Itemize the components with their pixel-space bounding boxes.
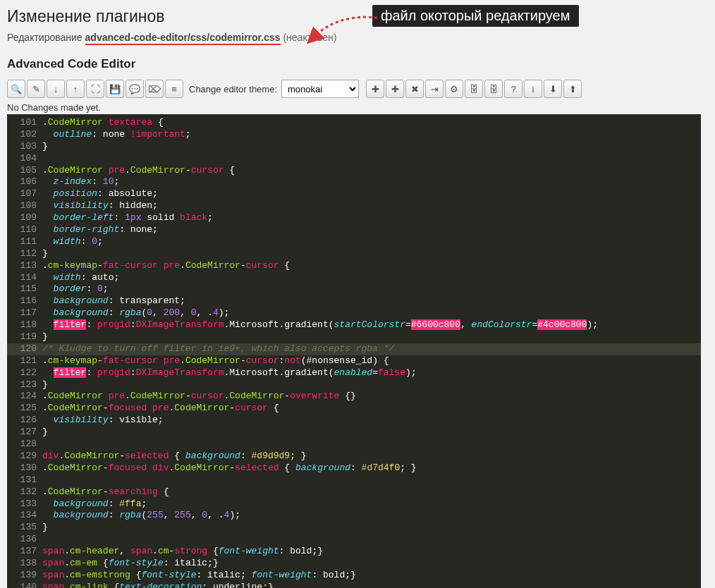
code-content[interactable]: outline: none !important; [42,129,701,141]
code-content[interactable]: .CodeMirror pre.CodeMirror-cursor.CodeMi… [42,391,701,403]
code-content[interactable]: } [42,522,701,534]
code-content[interactable]: border-right: none; [42,224,701,236]
code-content[interactable]: .CodeMirror-focused div.CodeMirror-selec… [42,463,701,474]
code-line[interactable]: 122 filter: progid:DXImageTransform.Micr… [7,367,701,379]
database-icon[interactable]: 🗄 [465,80,483,98]
code-line[interactable]: 101.CodeMirror textarea { [7,117,701,129]
code-line[interactable]: 115 border: 0; [7,283,701,295]
jump-up-icon[interactable]: ↑ [66,80,85,98]
code-line[interactable]: 119} [7,331,701,343]
code-line[interactable]: 113.cm-keymap-fat-cursor pre.CodeMirror-… [7,260,701,272]
code-line[interactable]: 128 [7,439,701,451]
code-content[interactable]: visibility: visible; [42,415,701,427]
code-line[interactable]: 110 border-right: none; [7,224,701,236]
code-content[interactable]: } [42,331,701,343]
code-line[interactable]: 124.CodeMirror pre.CodeMirror-cursor.Cod… [7,391,701,403]
code-content[interactable]: background: rgba(0, 200, 0, .4); [42,307,701,319]
code-content[interactable]: background: transparent; [42,295,701,307]
code-content[interactable]: z-index: 10; [42,176,701,188]
code-line[interactable]: 135} [7,522,701,534]
code-content[interactable]: } [42,248,701,260]
code-line[interactable]: 104 [7,153,701,165]
code-line[interactable]: 107 position: absolute; [7,188,701,200]
code-content[interactable]: position: absolute; [42,188,701,200]
code-content[interactable]: span.cm-link {text-decoration: underline… [42,582,701,588]
code-line[interactable]: 108 visibility: hidden; [7,200,701,212]
code-line[interactable]: 127} [7,427,701,439]
code-line[interactable]: 109 border-left: 1px solid black; [7,212,701,224]
code-content[interactable]: .CodeMirror textarea { [42,117,701,129]
code-line[interactable]: 105.CodeMirror pre.CodeMirror-cursor { [7,165,701,177]
code-line[interactable]: 137span.cm-header, span.cm-strong {font-… [7,546,701,558]
code-content[interactable]: border: 0; [42,283,701,295]
replace-icon[interactable]: ✎ [27,80,45,98]
code-line[interactable]: 133 background: #ffa; [7,498,701,510]
code-line[interactable]: 114 width: auto; [7,272,701,284]
code-content[interactable]: background: #ffa; [42,498,701,510]
code-content[interactable] [42,153,701,165]
code-content[interactable]: visibility: hidden; [42,200,701,212]
code-line[interactable]: 103} [7,141,701,153]
new-file-icon[interactable]: ✚ [366,80,384,98]
code-content[interactable]: background: rgba(255, 255, 0, .4); [42,510,701,522]
code-line[interactable]: 121.cm-keymap-fat-cursor pre.CodeMirror-… [7,355,701,367]
code-line[interactable]: 112} [7,248,701,260]
code-content[interactable]: } [42,427,701,439]
search-icon[interactable]: 🔍 [7,80,25,98]
code-line[interactable]: 138span.cm-em {font-style: italic;} [7,558,701,570]
code-content[interactable]: .CodeMirror-searching { [42,486,701,498]
code-content[interactable]: span.cm-em {font-style: italic;} [42,558,701,570]
jump-down-icon[interactable]: ↓ [47,80,65,98]
code-content[interactable] [42,439,701,451]
code-content[interactable]: .cm-keymap-fat-cursor pre.CodeMirror-cur… [42,260,701,272]
code-content[interactable]: /* Kludge to turn off filter in ie9+, wh… [42,343,701,355]
code-line[interactable]: 129div.CodeMirror-selected { background:… [7,451,701,463]
download-icon[interactable]: ⬇ [544,80,562,98]
code-line[interactable]: 117 background: rgba(0, 200, 0, .4); [7,307,701,319]
code-line[interactable]: 111 width: 0; [7,236,701,248]
code-line[interactable]: 139span.cm-emstrong {font-style: italic;… [7,570,701,582]
tag-icon[interactable]: ⌦ [145,80,164,98]
list-icon[interactable]: ≡ [165,80,183,98]
code-line[interactable]: 130.CodeMirror-focused div.CodeMirror-se… [7,463,701,474]
code-line[interactable]: 134 background: rgba(255, 255, 0, .4); [7,510,701,522]
code-content[interactable] [42,474,701,486]
settings-icon[interactable]: ⚙ [445,80,463,98]
code-line[interactable]: 123} [7,379,701,391]
new-folder-icon[interactable]: ✚ [386,80,404,98]
code-content[interactable] [42,534,701,546]
code-content[interactable]: width: auto; [42,272,701,284]
info-icon[interactable]: i [524,80,542,98]
code-content[interactable]: border-left: 1px solid black; [42,212,701,224]
fullscreen-icon[interactable]: ⛶ [86,80,104,98]
code-content[interactable]: filter: progid:DXImageTransform.Microsof… [42,319,701,331]
code-line[interactable]: 116 background: transparent; [7,295,701,307]
code-line[interactable]: 106 z-index: 10; [7,176,701,188]
code-content[interactable]: filter: progid:DXImageTransform.Microsof… [42,367,701,379]
theme-select[interactable]: monokai [281,80,359,98]
code-line[interactable]: 102 outline: none !important; [7,129,701,141]
code-content[interactable]: span.cm-emstrong {font-style: italic; fo… [42,570,701,582]
code-content[interactable]: div.CodeMirror-selected { background: #d… [42,451,701,463]
code-line[interactable]: 120/* Kludge to turn off filter in ie9+,… [7,343,701,355]
code-line[interactable]: 131 [7,474,701,486]
code-line[interactable]: 126 visibility: visible; [7,415,701,427]
code-line[interactable]: 118 filter: progid:DXImageTransform.Micr… [7,319,701,331]
save-icon[interactable]: 💾 [106,80,124,98]
code-line[interactable]: 140span.cm-link {text-decoration: underl… [7,582,701,588]
code-line[interactable]: 125.CodeMirror-focused pre.CodeMirror-cu… [7,403,701,415]
code-content[interactable]: .cm-keymap-fat-cursor pre.CodeMirror-cur… [42,355,701,367]
db2-icon[interactable]: 🗄 [484,80,503,98]
delete-icon[interactable]: ✖ [405,80,424,98]
help-icon[interactable]: ? [504,80,522,98]
upload-icon[interactable]: ⬆ [563,80,582,98]
indent-icon[interactable]: ⇥ [425,80,444,98]
code-content[interactable]: span.cm-header, span.cm-strong {font-wei… [42,546,701,558]
code-content[interactable]: .CodeMirror-focused pre.CodeMirror-curso… [42,403,701,415]
code-content[interactable]: .CodeMirror pre.CodeMirror-cursor { [42,165,701,177]
code-editor[interactable]: 101.CodeMirror textarea {102 outline: no… [7,114,701,588]
code-content[interactable]: } [42,379,701,391]
code-line[interactable]: 136 [7,534,701,546]
code-content[interactable]: width: 0; [42,236,701,248]
comment-icon[interactable]: 💬 [126,80,144,98]
